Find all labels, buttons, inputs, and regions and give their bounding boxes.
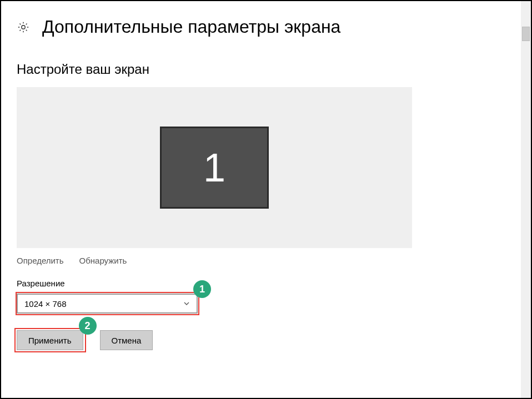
svg-point-0 xyxy=(22,25,25,28)
monitor-1[interactable]: 1 xyxy=(160,127,269,209)
monitor-number: 1 xyxy=(203,145,225,190)
section-customize-title: Настройте ваш экран xyxy=(17,62,531,77)
resolution-label: Разрешение xyxy=(17,279,531,288)
gear-icon xyxy=(17,21,30,34)
annotation-badge-2: 2 xyxy=(79,317,97,335)
settings-window: Дополнительные параметры экрана Настройт… xyxy=(0,0,532,399)
cancel-button[interactable]: Отмена xyxy=(100,330,153,350)
resolution-value: 1024 × 768 xyxy=(24,299,67,309)
title-row: Дополнительные параметры экрана xyxy=(17,17,531,37)
chevron-down-icon xyxy=(183,300,190,307)
annotation-badge-1: 1 xyxy=(193,280,211,298)
resolution-dropdown[interactable]: 1024 × 768 xyxy=(17,294,198,314)
scroll-thumb[interactable] xyxy=(522,27,530,41)
monitor-preview-area: 1 xyxy=(17,87,412,248)
identify-link[interactable]: Определить xyxy=(17,256,64,265)
apply-button[interactable]: Применить xyxy=(17,330,83,350)
page-title: Дополнительные параметры экрана xyxy=(42,17,340,37)
scrollbar[interactable] xyxy=(521,1,531,398)
detect-link[interactable]: Обнаружить xyxy=(79,256,127,265)
